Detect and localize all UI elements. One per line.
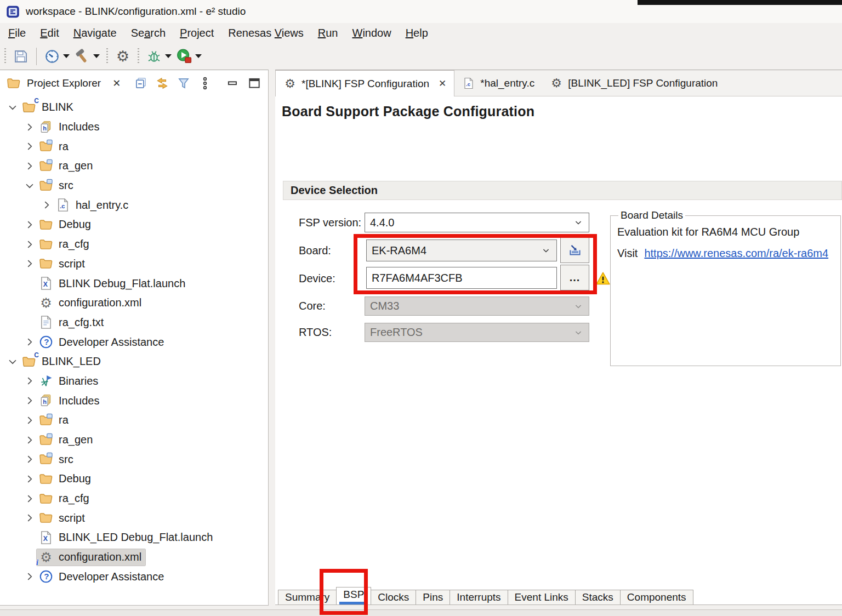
tree-item-src[interactable]: src	[0, 176, 266, 196]
chevron-right-icon[interactable]	[22, 219, 37, 231]
dropdown-arrow-icon[interactable]	[63, 54, 70, 58]
fsp-version-combo[interactable]: 4.4.0	[365, 213, 589, 232]
run-button[interactable]	[176, 48, 202, 65]
tree-item-developer-assistance[interactable]: ?Developer Assistance	[0, 567, 266, 587]
view-menu-icon	[198, 76, 212, 90]
device-browse-button[interactable]: ...	[560, 265, 589, 290]
menu-search[interactable]: Search	[124, 26, 173, 41]
dropdown-arrow-icon[interactable]	[195, 54, 202, 58]
chevron-right-icon[interactable]	[22, 238, 37, 250]
folder-icon	[38, 237, 54, 252]
chevron-right-icon[interactable]	[22, 395, 37, 407]
chevron-down-icon[interactable]	[5, 356, 20, 368]
chevron-right-icon[interactable]	[22, 140, 37, 152]
tree-item-script[interactable]: script	[0, 508, 266, 528]
chevron-right-icon[interactable]	[22, 375, 37, 387]
close-icon[interactable]: ✕	[112, 77, 121, 89]
tree-item-debug[interactable]: Debug	[0, 469, 266, 489]
menu-project[interactable]: Project	[173, 26, 221, 41]
chevron-right-icon[interactable]	[22, 571, 37, 583]
tree-item-debug[interactable]: Debug	[0, 215, 266, 235]
chevron-down-icon[interactable]	[22, 180, 37, 192]
dropdown-arrow-icon[interactable]	[165, 54, 172, 58]
tree-item-hal-entry-c[interactable]: .chal_entry.c	[0, 195, 266, 215]
launch-gauge-button[interactable]	[44, 48, 70, 65]
chevron-right-icon[interactable]	[22, 336, 37, 348]
bottom-tab-stacks[interactable]: Stacks	[575, 590, 621, 604]
chevron-right-icon[interactable]	[39, 199, 54, 211]
chevron-right-icon[interactable]	[22, 121, 37, 133]
board-combo[interactable]: EK-RA6M4	[366, 239, 557, 261]
tree-item-ra-cfg-txt[interactable]: ra_cfg.txt	[0, 313, 266, 333]
tree-item-script[interactable]: script	[0, 254, 266, 274]
tree-item-ra-cfg[interactable]: ra_cfg	[0, 235, 266, 254]
settings-button[interactable]: ⚙	[115, 48, 131, 65]
tree-item-configuration-xml[interactable]: ⚙configuration.xml	[0, 293, 266, 313]
tree-item-ra-gen[interactable]: ra_gen	[0, 156, 266, 176]
minimize-button[interactable]	[226, 76, 240, 90]
editor-tab--blink-led-fsp-configuration[interactable]: ⚙[BLINK_LED] FSP Configuration	[542, 70, 725, 96]
chevron-right-icon[interactable]	[22, 434, 37, 446]
chevron-right-icon[interactable]	[22, 160, 37, 172]
board-link[interactable]: https://www.renesas.com/ra/ek-ra6m4	[644, 247, 828, 260]
chevron-right-icon[interactable]	[22, 453, 37, 465]
filter-button[interactable]	[177, 76, 191, 90]
collapse-all-button[interactable]	[134, 76, 148, 90]
editor-tab--blink-fsp-configuration[interactable]: ⚙*[BLINK] FSP Configuration✕	[275, 70, 454, 96]
editor-tab--hal-entry-c[interactable]: .c*hal_entry.c	[454, 70, 542, 96]
tree-item-ra[interactable]: ra	[0, 410, 266, 430]
tree-item-blink-led[interactable]: CBLINK_LED	[0, 352, 266, 372]
rtos-label: RTOS:	[299, 326, 332, 339]
close-icon[interactable]: ✕	[439, 78, 446, 89]
tab-project-explorer[interactable]: Project Explorer ✕	[5, 76, 121, 91]
tree-item-blink-debug-flat-launch[interactable]: XBLINK Debug_Flat.launch	[0, 273, 266, 293]
import-board-button[interactable]	[560, 237, 589, 263]
chevron-down-icon[interactable]	[5, 101, 20, 113]
bottom-tab-clocks[interactable]: Clocks	[371, 590, 416, 604]
bottom-tab-event-links[interactable]: Event Links	[508, 590, 576, 604]
tree-item-src[interactable]: src	[0, 449, 266, 469]
tree-item-label: Debug	[59, 472, 91, 485]
view-menu-button[interactable]	[198, 76, 212, 90]
source-folder-icon	[38, 432, 54, 448]
chevron-right-icon[interactable]	[22, 414, 37, 426]
core-label: Core:	[299, 300, 326, 312]
tree-item-ra-cfg[interactable]: ra_cfg	[0, 489, 266, 509]
bottom-tab-interrupts[interactable]: Interrupts	[450, 590, 508, 604]
tree-item-label: ra	[59, 140, 69, 153]
tree-item-blink[interactable]: CBLINK	[0, 98, 266, 117]
menu-navigate[interactable]: Navigate	[66, 26, 124, 41]
link-with-editor-button[interactable]	[155, 76, 169, 90]
build-button[interactable]	[74, 48, 100, 65]
menu-run[interactable]: Run	[311, 26, 345, 41]
tree-item-includes[interactable]: hIncludes	[0, 117, 266, 137]
debug-button[interactable]	[146, 48, 172, 65]
tree-item-includes[interactable]: hIncludes	[0, 391, 266, 410]
menu-renesas-views[interactable]: Renesas Views	[221, 26, 311, 41]
bottom-tab-bsp[interactable]: BSP	[336, 587, 371, 604]
tree-item-body: CBLINK_LED	[20, 353, 105, 370]
bottom-tab-summary[interactable]: Summary	[278, 590, 337, 604]
chevron-down-icon	[573, 327, 584, 338]
menu-file[interactable]: File	[1, 26, 33, 41]
device-input[interactable]	[366, 267, 557, 289]
menu-help[interactable]: Help	[399, 26, 435, 41]
dropdown-arrow-icon[interactable]	[93, 54, 100, 58]
tree-item-ra[interactable]: ra	[0, 136, 266, 156]
chevron-right-icon[interactable]	[22, 473, 37, 485]
tree-item-binaries[interactable]: Binaries	[0, 372, 266, 391]
menu-edit[interactable]: Edit	[33, 26, 66, 41]
tree-item-configuration-xml[interactable]: ⚙iconfiguration.xml	[0, 547, 266, 567]
maximize-button[interactable]	[247, 76, 261, 90]
tree-item-ra-gen[interactable]: ra_gen	[0, 430, 266, 450]
bottom-tab-components[interactable]: Components	[620, 590, 693, 604]
bottom-tab-pins[interactable]: Pins	[416, 590, 450, 604]
tree-item-blink-led-debug-flat-launch[interactable]: XBLINK_LED Debug_Flat.launch	[0, 528, 266, 547]
tree-item-label: ra_cfg	[59, 492, 89, 505]
chevron-right-icon[interactable]	[22, 493, 37, 505]
save-button[interactable]	[13, 48, 29, 65]
tree-item-developer-assistance[interactable]: ?Developer Assistance	[0, 332, 266, 352]
menu-window[interactable]: Window	[345, 26, 399, 41]
chevron-right-icon[interactable]	[22, 512, 37, 524]
chevron-right-icon[interactable]	[22, 258, 37, 270]
